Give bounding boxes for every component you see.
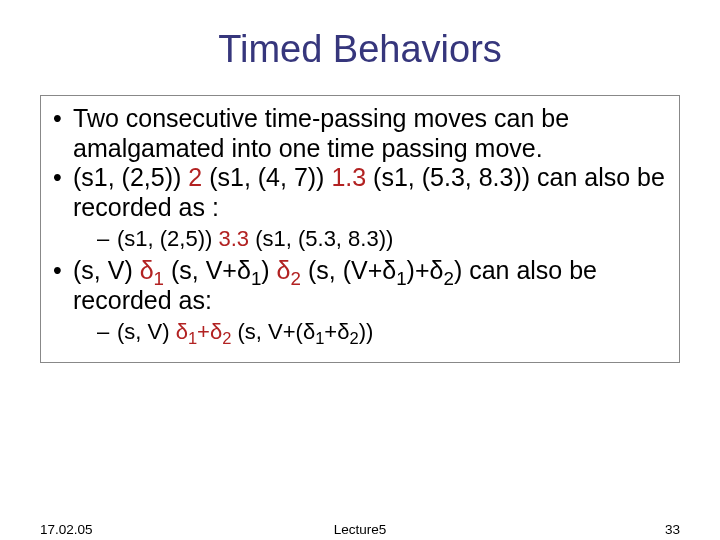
- bullet-text: Two consecutive time-passing moves can b…: [73, 104, 569, 162]
- footer-date: 17.02.05: [40, 522, 93, 537]
- text: (s, V+δ1): [164, 256, 277, 284]
- footer-page: 33: [665, 522, 680, 537]
- sub-item-2: (s, V) δ1+δ2 (s, V+(δ1+δ2)): [73, 319, 669, 345]
- sub-list: (s, V) δ1+δ2 (s, V+(δ1+δ2)): [73, 319, 669, 345]
- bullet-list: Two consecutive time-passing moves can b…: [51, 104, 669, 346]
- text: (s1, (4, 7)): [202, 163, 331, 191]
- bullet-item-3: (s, V) δ1 (s, V+δ1) δ2 (s, (V+δ1)+δ2) ca…: [51, 256, 669, 345]
- slide-title: Timed Behaviors: [40, 28, 680, 71]
- step-value: 1.3: [331, 163, 366, 191]
- step-value: 3.3: [218, 226, 249, 251]
- sub-list: (s1, (2,5)) 3.3 (s1, (5.3, 8.3)): [73, 226, 669, 252]
- text: (s1, (5.3, 8.3)): [249, 226, 393, 251]
- step-value: 2: [188, 163, 202, 191]
- slide: Timed Behaviors Two consecutive time-pas…: [0, 0, 720, 540]
- content-box: Two consecutive time-passing moves can b…: [40, 95, 680, 363]
- delta-expr: δ1+δ2: [176, 319, 232, 344]
- text: (s, V): [73, 256, 140, 284]
- bullet-item-1: Two consecutive time-passing moves can b…: [51, 104, 669, 163]
- text: (s1, (2,5)): [117, 226, 218, 251]
- text: (s, V): [117, 319, 176, 344]
- delta-expr: δ2: [277, 256, 301, 284]
- sub-item-1: (s1, (2,5)) 3.3 (s1, (5.3, 8.3)): [73, 226, 669, 252]
- text: (s, V+(δ1+δ2)): [231, 319, 373, 344]
- footer-lecture: Lecture5: [334, 522, 387, 537]
- delta-expr: δ1: [140, 256, 164, 284]
- text: (s1, (2,5)): [73, 163, 188, 191]
- bullet-item-2: (s1, (2,5)) 2 (s1, (4, 7)) 1.3 (s1, (5.3…: [51, 163, 669, 252]
